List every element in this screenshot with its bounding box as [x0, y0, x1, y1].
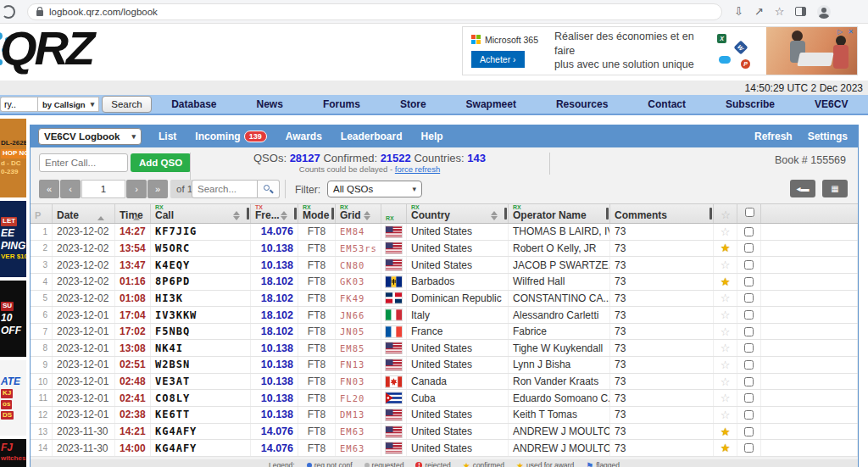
nav-item-ve6cv[interactable]: VE6CV [815, 98, 848, 110]
filter-select[interactable]: All QSOs▾ [327, 181, 422, 197]
next-page-button[interactable]: › [126, 180, 147, 198]
menu-item-incoming[interactable]: Incoming139 [195, 131, 266, 142]
row-checkbox[interactable] [744, 227, 754, 236]
row-checkbox[interactable] [744, 443, 754, 453]
row-checkbox[interactable] [744, 243, 754, 253]
last-page-button[interactable]: » [147, 180, 168, 198]
confirmed-star-icon[interactable]: ★ [714, 274, 737, 290]
qso-callsign[interactable]: IV3KKW [151, 307, 251, 323]
column-resize-handle[interactable] [294, 208, 297, 220]
column-resize-handle[interactable] [606, 208, 609, 220]
col-header-fre-[interactable]: TXFre... [251, 204, 298, 223]
confirmed-star-icon[interactable]: ☆ [714, 307, 737, 323]
qso-callsign[interactable]: W2BSN [151, 357, 251, 373]
confirmed-star-icon[interactable]: ★ [714, 424, 737, 440]
sort-icon[interactable] [133, 216, 140, 220]
table-row[interactable]: 132023-11-3014:21KG4AFY14.076FT8EM63Unit… [31, 424, 858, 441]
confirmed-star-icon[interactable]: ☆ [714, 340, 737, 356]
table-row[interactable]: 92023-12-0102:51W2BSN10.138FT8FN13United… [31, 357, 858, 374]
row-checkbox[interactable] [744, 427, 754, 436]
qso-callsign[interactable]: KF7JIG [151, 224, 251, 240]
nav-item-store[interactable]: Store [400, 98, 426, 110]
row-checkbox[interactable] [744, 310, 754, 320]
sort-icon[interactable] [281, 211, 287, 220]
confirmed-star-icon[interactable]: ☆ [714, 407, 737, 423]
search-mode-select[interactable]: by Callsign▾ [37, 97, 99, 112]
col-header-date[interactable]: Date [53, 204, 115, 223]
qso-callsign[interactable]: CO8LY [151, 390, 251, 406]
ad-banner[interactable]: Microsoft 365 Acheter › Réaliser des éco… [462, 26, 858, 75]
menu-item-awards[interactable]: Awards [286, 131, 322, 142]
nav-item-forums[interactable]: Forums [323, 98, 360, 110]
sort-icon[interactable] [364, 211, 370, 220]
table-row[interactable]: 142023-11-3014:00KG4AFY14.076FT8EM63Unit… [31, 440, 858, 457]
sort-icon[interactable] [233, 211, 240, 220]
table-row[interactable]: 82023-12-0113:08NK4I10.138FT8EM85United … [31, 340, 858, 357]
col-header-flag[interactable]: RX [381, 204, 407, 223]
qso-callsign[interactable]: K4EQY [151, 257, 251, 273]
qso-callsign[interactable]: HI3K [151, 291, 251, 307]
col-header-country[interactable]: RXCountry [407, 204, 509, 223]
share-icon[interactable]: ↗ [754, 6, 764, 17]
column-resize-handle[interactable] [709, 208, 712, 220]
table-row[interactable]: 42023-12-0201:168P6PD18.102FT8GK03Barbad… [31, 274, 858, 291]
toolbar-refresh-link[interactable]: Refresh [754, 131, 793, 142]
enter-call-input[interactable] [39, 153, 128, 172]
export-book-button[interactable]: ◂▬ [790, 180, 815, 197]
nav-item-swapmeet[interactable]: Swapmeet [466, 98, 516, 110]
confirmed-star-icon[interactable]: ☆ [714, 357, 737, 373]
bookmark-star-icon[interactable]: ☆ [775, 6, 785, 17]
nav-item-contact[interactable]: Contact [648, 98, 686, 110]
table-row[interactable]: 112023-12-0102:41CO8LY10.138FT8FL20CubaE… [31, 390, 858, 407]
search-button[interactable]: Search [102, 96, 151, 113]
confirmed-star-icon[interactable]: ★ [714, 440, 737, 456]
col-header-grid[interactable]: RXGrid [336, 204, 381, 223]
sidebar-ad-3[interactable]: SU10OFF [0, 281, 26, 357]
col-header-p[interactable]: P [31, 204, 53, 223]
col-header-check[interactable] [737, 204, 761, 223]
row-checkbox[interactable] [744, 327, 754, 336]
qso-callsign[interactable]: VE3AT [151, 374, 251, 390]
table-row[interactable]: 32023-12-0213:47K4EQY10.138FT8CN80United… [31, 257, 858, 274]
table-row[interactable]: 62023-12-0117:04IV3KKW18.102FT8JN66Italy… [31, 307, 858, 324]
qrz-logo[interactable]: QRZ [0, 20, 92, 75]
nav-item-database[interactable]: Database [171, 98, 216, 110]
confirmed-star-icon[interactable]: ☆ [714, 390, 737, 406]
table-search-button[interactable] [258, 180, 280, 198]
profile-avatar[interactable] [817, 5, 831, 19]
table-row[interactable]: 122023-12-0102:38KE6TT10.138FT8DM13Unite… [31, 407, 858, 424]
download-icon[interactable]: ⇩ [734, 6, 743, 17]
sort-icon[interactable] [491, 211, 498, 220]
col-header-time[interactable]: Time [115, 204, 151, 223]
force-refresh-link[interactable]: force refresh [395, 164, 440, 174]
row-checkbox[interactable] [744, 410, 754, 420]
menu-item-leaderboard[interactable]: Leaderboard [341, 131, 403, 142]
col-header-comments[interactable]: Comments [610, 204, 714, 223]
row-checkbox[interactable] [744, 277, 754, 286]
row-checkbox[interactable] [744, 343, 754, 353]
table-row[interactable]: 102023-12-0102:48VE3AT10.138FT8FN03Canad… [31, 374, 858, 391]
sidebar-ad-1[interactable]: DL-262BHOP NOWd - DC0-239 [0, 119, 26, 197]
qso-callsign[interactable]: NK4I [151, 340, 251, 356]
prev-page-button[interactable]: ‹ [60, 180, 81, 198]
table-row[interactable]: 22023-12-0213:54W5ORC10.138FT8EM53rsUnit… [31, 241, 858, 258]
confirmed-star-icon[interactable]: ☆ [714, 324, 737, 340]
row-checkbox[interactable] [744, 360, 754, 370]
row-checkbox[interactable] [744, 260, 754, 270]
column-resize-handle[interactable] [247, 208, 249, 220]
confirmed-star-icon[interactable]: ★ [714, 241, 737, 257]
table-row[interactable]: 12023-12-0214:27KF7JIG14.076FT8EM84Unite… [31, 224, 858, 241]
confirmed-star-icon[interactable]: ☆ [714, 224, 737, 240]
table-row[interactable]: 52023-12-0201:08HI3K18.102FT8FK49Dominic… [31, 291, 858, 308]
table-row[interactable]: 72023-12-0117:02F5NBQ18.102FT8JN05France… [31, 324, 858, 341]
current-page[interactable]: 1 [81, 180, 125, 198]
col-header-filler[interactable] [761, 204, 858, 223]
select-all-checkbox[interactable] [745, 208, 754, 217]
qso-callsign[interactable]: W5ORC [151, 241, 251, 257]
nav-item-news[interactable]: News [257, 98, 283, 110]
qso-callsign[interactable]: KE6TT [151, 407, 251, 423]
qso-callsign[interactable]: KG4AFY [151, 440, 251, 456]
toolbar-settings-link[interactable]: Settings [808, 131, 848, 142]
sidebar-ad-5[interactable]: FJwitches [0, 439, 26, 467]
reload-icon[interactable] [2, 5, 15, 19]
